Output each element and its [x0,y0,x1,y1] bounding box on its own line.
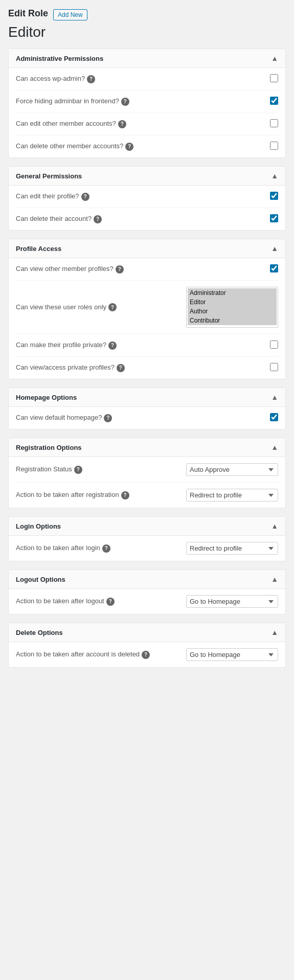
field-row-can_edit_other_accounts: Can edit other member accounts?? [16,113,278,135]
field-label-can_view_user_roles: Can view these user roles only? [16,303,180,312]
collapse-icon-logout_options[interactable]: ▲ [271,575,278,583]
field-label-can_make_profile_private: Can make their profile private?? [16,341,264,350]
field-label-can_view_private_profiles: Can view/access private profiles?? [16,363,264,372]
section-body-logout_options: Action to be taken after logout?Go to Ho… [9,589,285,614]
field-row-action_after_login: Action to be taken after login?Redirect … [16,536,278,561]
field-label-text-can_view_private_profiles: Can view/access private profiles? [16,363,115,371]
field-control-registration_status: Auto ApprovePendingManual Approve [186,463,278,476]
help-icon-can_delete_account[interactable]: ? [94,215,102,223]
help-icon-action_after_account_deleted[interactable]: ? [142,651,150,659]
collapse-icon-homepage_options[interactable]: ▲ [271,393,278,401]
collapse-icon-delete_options[interactable]: ▲ [271,628,278,636]
help-icon-force_hiding_adminbar[interactable]: ? [121,98,129,106]
section-title-administrative_permissions: Administrative Permissions [16,55,103,62]
collapse-icon-general_permissions[interactable]: ▲ [271,172,278,180]
field-row-action_after_account_deleted: Action to be taken after account is dele… [16,642,278,667]
field-row-can_view_user_roles: Can view these user roles only?Administr… [16,281,278,334]
field-label-text-can_view_default_homepage: Can view default homepage? [16,414,102,421]
help-icon-can_edit_other_accounts[interactable]: ? [118,120,126,128]
help-icon-can_view_member_profiles[interactable]: ? [116,265,124,274]
checkbox-force_hiding_adminbar[interactable] [270,97,278,105]
help-icon-can_view_private_profiles[interactable]: ? [117,364,125,372]
help-icon-can_edit_profile[interactable]: ? [81,193,89,201]
checkbox-can_edit_other_accounts[interactable] [270,119,278,127]
section-body-delete_options: Action to be taken after account is dele… [9,642,285,667]
select-action_after_account_deleted[interactable]: Go to HomepageRedirect to profileStay on… [186,648,278,661]
field-control-force_hiding_adminbar [270,97,278,106]
field-row-can_view_private_profiles: Can view/access private profiles?? [16,357,278,379]
collapse-icon-registration_options[interactable]: ▲ [271,443,278,451]
section-general_permissions: General Permissions▲Can edit their profi… [8,166,286,231]
help-icon-can_view_default_homepage[interactable]: ? [104,414,112,422]
field-label-text-action_after_account_deleted: Action to be taken after account is dele… [16,650,140,658]
listbox-can_view_user_roles[interactable]: AdministratorEditorAuthorContributor [186,287,278,328]
section-body-administrative_permissions: Can access wp-admin??Force hiding adminb… [9,68,285,157]
section-title-registration_options: Registration Options [16,444,82,451]
field-row-can_access_wp_admin: Can access wp-admin?? [16,68,278,90]
checkbox-can_make_profile_private[interactable] [270,340,278,349]
select-action_after_logout[interactable]: Go to HomepageRedirect to profileStay on… [186,595,278,608]
checkbox-can_view_default_homepage[interactable] [270,413,278,421]
field-row-can_view_default_homepage: Can view default homepage?? [16,407,278,429]
field-label-text-action_after_logout: Action to be taken after logout [16,597,104,605]
field-control-can_view_member_profiles [270,264,278,274]
page-header: Edit Role Add New [8,8,286,21]
section-body-general_permissions: Can edit their profile??Can delete their… [9,186,285,230]
field-row-can_make_profile_private: Can make their profile private?? [16,334,278,357]
checkbox-can_view_private_profiles[interactable] [270,363,278,371]
field-row-registration_status: Registration Status?Auto ApprovePendingM… [16,457,278,483]
field-control-can_make_profile_private [270,340,278,350]
collapse-icon-login_options[interactable]: ▲ [271,522,278,530]
section-body-homepage_options: Can view default homepage?? [9,407,285,429]
field-row-can_delete_other_accounts: Can delete other member accounts?? [16,135,278,157]
field-label-can_edit_profile: Can edit their profile?? [16,192,264,201]
collapse-icon-administrative_permissions[interactable]: ▲ [271,54,278,62]
help-icon-can_access_wp_admin[interactable]: ? [87,75,95,83]
help-icon-action_after_login[interactable]: ? [102,544,110,553]
field-control-can_delete_account [270,214,278,224]
select-action_after_registration[interactable]: Redirect to profileGo to HomepageStay on… [186,489,278,502]
section-delete_options: Delete Options▲Action to be taken after … [8,623,286,668]
collapse-icon-profile_access[interactable]: ▲ [271,244,278,253]
select-registration_status[interactable]: Auto ApprovePendingManual Approve [186,463,278,476]
field-label-action_after_login: Action to be taken after login? [16,544,180,553]
field-row-force_hiding_adminbar: Force hiding adminbar in frontend?? [16,90,278,113]
help-icon-can_delete_other_accounts[interactable]: ? [125,143,133,151]
help-icon-can_view_user_roles[interactable]: ? [108,303,117,311]
field-label-can_delete_other_accounts: Can delete other member accounts?? [16,142,264,151]
section-body-profile_access: Can view other member profiles??Can view… [9,258,285,379]
field-control-action_after_login: Redirect to profileGo to HomepageStay on… [186,542,278,555]
checkbox-can_edit_profile[interactable] [270,192,278,200]
checkbox-can_delete_account[interactable] [270,214,278,222]
field-control-action_after_registration: Redirect to profileGo to HomepageStay on… [186,489,278,502]
field-label-can_edit_other_accounts: Can edit other member accounts?? [16,120,264,128]
help-icon-action_after_logout[interactable]: ? [106,598,115,606]
field-control-can_edit_profile [270,192,278,201]
add-new-button[interactable]: Add New [53,9,87,20]
section-registration_options: Registration Options▲Registration Status… [8,438,286,508]
section-title-logout_options: Logout Options [16,576,65,583]
section-title-login_options: Login Options [16,522,61,530]
section-header-administrative_permissions: Administrative Permissions▲ [9,49,285,68]
field-row-action_after_registration: Action to be taken after registration?Re… [16,483,278,508]
field-label-action_after_account_deleted: Action to be taken after account is dele… [16,650,180,659]
field-label-text-registration_status: Registration Status [16,465,72,473]
section-administrative_permissions: Administrative Permissions▲Can access wp… [8,49,286,158]
edit-role-label: Edit Role [8,8,48,19]
field-row-can_delete_account: Can delete their account?? [16,208,278,230]
field-label-text-action_after_login: Action to be taken after login [16,544,100,552]
help-icon-action_after_registration[interactable]: ? [121,491,129,499]
field-row-action_after_logout: Action to be taken after logout?Go to Ho… [16,589,278,614]
checkbox-can_access_wp_admin[interactable] [270,74,278,82]
select-action_after_login[interactable]: Redirect to profileGo to HomepageStay on… [186,542,278,555]
checkbox-can_delete_other_accounts[interactable] [270,142,278,150]
field-label-action_after_registration: Action to be taken after registration? [16,491,180,499]
field-label-text-force_hiding_adminbar: Force hiding adminbar in frontend? [16,97,119,105]
field-label-can_access_wp_admin: Can access wp-admin?? [16,75,264,83]
checkbox-can_view_member_profiles[interactable] [270,264,278,272]
field-control-can_access_wp_admin [270,74,278,84]
help-icon-can_make_profile_private[interactable]: ? [108,341,117,350]
section-body-login_options: Action to be taken after login?Redirect … [9,536,285,561]
help-icon-registration_status[interactable]: ? [74,466,82,474]
field-row-can_view_member_profiles: Can view other member profiles?? [16,258,278,281]
